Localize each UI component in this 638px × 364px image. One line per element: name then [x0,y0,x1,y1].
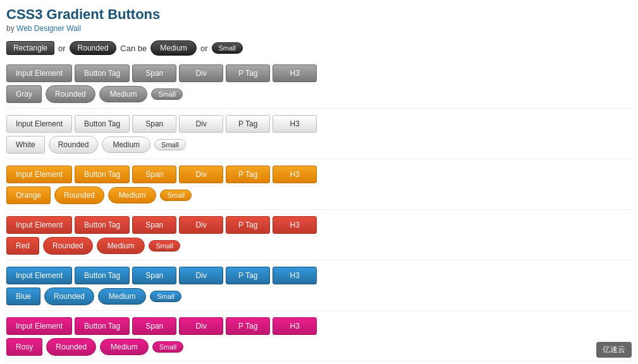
btn-white-span[interactable]: Span [132,115,176,133]
label-rosy-small[interactable]: Small [152,341,184,353]
page-title: CSS3 Gradient Buttons [6,6,632,23]
btn-red-button-tag[interactable]: Button Tag [75,216,130,234]
label-gray-rounded[interactable]: Rounded [46,85,95,103]
section-blue-btn-row: Input ElementButton TagSpanDivP TagH3 [6,267,632,284]
label-gray-medium[interactable]: Medium [99,86,148,102]
btn-rosy-p-tag[interactable]: P Tag [226,317,270,335]
label-orange-medium[interactable]: Medium [108,187,157,203]
label-rosy-name[interactable]: Rosy [6,338,42,356]
btn-rosy-div[interactable]: Div [179,317,223,335]
section-white-label-row: WhiteRoundedMediumSmall [6,136,632,154]
label-gray-small[interactable]: Small [151,88,183,100]
btn-orange-span[interactable]: Span [132,166,176,183]
btn-orange-input-element[interactable]: Input Element [6,166,72,183]
btn-orange-div[interactable]: Div [179,166,223,183]
intro-or2: or [200,44,208,53]
btn-blue-button-tag[interactable]: Button Tag [75,267,130,284]
btn-blue-h3[interactable]: H3 [273,267,317,284]
btn-gray-input-element[interactable]: Input Element [6,64,72,82]
section-orange-label-row: OrangeRoundedMediumSmall [6,186,632,204]
by-line: by Web Designer Wall [6,24,632,33]
btn-red-p-tag[interactable]: P Tag [226,216,270,234]
btn-orange-button-tag[interactable]: Button Tag [75,166,130,183]
label-red-name[interactable]: Red [6,237,39,255]
label-rosy-medium[interactable]: Medium [100,339,149,355]
sections-container: Input ElementButton TagSpanDivP TagH3Gra… [6,64,632,364]
btn-red-input-element[interactable]: Input Element [6,216,72,234]
btn-blue-input-element[interactable]: Input Element [6,267,72,284]
label-gray-name[interactable]: Gray [6,85,42,103]
btn-gray-p-tag[interactable]: P Tag [226,64,270,82]
section-orange-btn-row: Input ElementButton TagSpanDivP TagH3 [6,166,632,183]
label-white-name[interactable]: White [6,136,45,154]
btn-gray-button-tag[interactable]: Button Tag [75,64,130,82]
btn-rosy-span[interactable]: Span [132,317,176,335]
by-text: by [6,24,15,33]
intro-medium-btn[interactable]: Medium [150,40,197,56]
btn-red-span[interactable]: Span [132,216,176,234]
btn-gray-h3[interactable]: H3 [273,64,317,82]
btn-white-button-tag[interactable]: Button Tag [75,115,130,133]
btn-blue-p-tag[interactable]: P Tag [226,267,270,284]
intro-line: Rectangle or Rounded Can be Medium or Sm… [6,40,632,56]
btn-blue-span[interactable]: Span [132,267,176,284]
btn-white-p-tag[interactable]: P Tag [226,115,270,133]
btn-rosy-input-element[interactable]: Input Element [6,317,72,335]
watermark-icon: 亿速云 [603,345,625,354]
section-gray-label-row: GrayRoundedMediumSmall [6,85,632,103]
label-white-small[interactable]: Small [154,139,186,150]
btn-gray-div[interactable]: Div [179,64,223,82]
label-blue-small[interactable]: Small [150,291,181,302]
btn-white-h3[interactable]: H3 [273,115,317,133]
intro-canbe: Can be [120,44,147,53]
label-red-rounded[interactable]: Rounded [43,237,93,255]
label-blue-medium[interactable]: Medium [98,288,147,305]
section-red-label-row: RedRoundedMediumSmall [6,237,632,255]
section-orange: Input ElementButton TagSpanDivP TagH3Ora… [6,166,632,210]
label-red-small[interactable]: Small [149,240,180,252]
btn-red-h3[interactable]: H3 [273,216,317,234]
section-white: Input ElementButton TagSpanDivP TagH3Whi… [6,115,632,159]
section-rosy-btn-row: Input ElementButton TagSpanDivP TagH3 [6,317,632,335]
byline-link[interactable]: Web Designer Wall [16,24,81,33]
section-red-btn-row: Input ElementButton TagSpanDivP TagH3 [6,216,632,234]
label-orange-name[interactable]: Orange [6,186,51,204]
btn-orange-p-tag[interactable]: P Tag [226,166,270,183]
btn-orange-h3[interactable]: H3 [273,166,317,183]
intro-small-btn[interactable]: Small [212,42,243,54]
label-rosy-rounded[interactable]: Rounded [46,338,96,356]
intro-rectangle-btn[interactable]: Rectangle [6,41,54,55]
intro-rounded-btn[interactable]: Rounded [70,41,117,55]
label-blue-rounded[interactable]: Rounded [44,288,94,305]
btn-white-input-element[interactable]: Input Element [6,115,72,133]
watermark: 亿速云 [596,342,632,358]
label-white-medium[interactable]: Medium [102,136,150,153]
section-rosy: Input ElementButton TagSpanDivP TagH3Ros… [6,317,632,361]
label-orange-rounded[interactable]: Rounded [54,186,104,204]
btn-rosy-h3[interactable]: H3 [273,317,317,335]
section-white-btn-row: Input ElementButton TagSpanDivP TagH3 [6,115,632,133]
label-red-medium[interactable]: Medium [97,238,145,254]
section-gray: Input ElementButton TagSpanDivP TagH3Gra… [6,64,632,109]
label-orange-small[interactable]: Small [160,190,192,201]
btn-rosy-button-tag[interactable]: Button Tag [75,317,130,335]
section-rosy-label-row: RosyRoundedMediumSmall [6,338,632,356]
section-blue-label-row: BlueRoundedMediumSmall [6,288,632,305]
btn-blue-div[interactable]: Div [179,267,223,284]
label-blue-name[interactable]: Blue [6,288,40,305]
section-gray-btn-row: Input ElementButton TagSpanDivP TagH3 [6,64,632,82]
label-white-rounded[interactable]: Rounded [49,136,99,154]
btn-white-div[interactable]: Div [179,115,223,133]
btn-red-div[interactable]: Div [179,216,223,234]
btn-gray-span[interactable]: Span [132,64,176,82]
section-red: Input ElementButton TagSpanDivP TagH3Red… [6,216,632,260]
section-blue: Input ElementButton TagSpanDivP TagH3Blu… [6,267,632,311]
intro-or1: or [58,44,66,53]
